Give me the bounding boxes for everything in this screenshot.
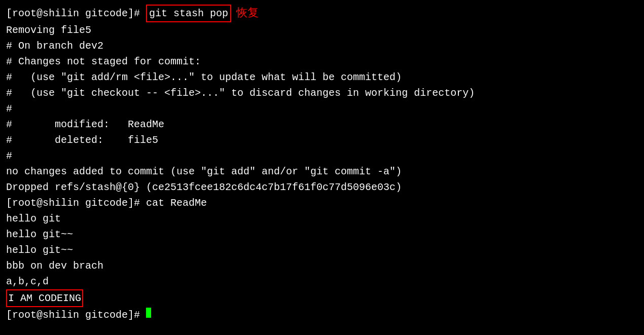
highlight-box-19: I AM CODEING bbox=[6, 289, 83, 307]
output-text-18: a,b,c,d bbox=[6, 274, 49, 289]
line-13: [root@shilin gitcode]# cat ReadMe bbox=[6, 195, 638, 211]
output-text-11: no changes added to commit (use "git add… bbox=[6, 164, 402, 179]
line-20: [root@shilin gitcode]# bbox=[6, 307, 638, 323]
line-11: no changes added to commit (use "git add… bbox=[6, 164, 638, 179]
output-text-5: # (use "git add/rm <file>..." to update … bbox=[6, 69, 402, 85]
line-4: # Changes not staged for commit: bbox=[6, 54, 638, 69]
line-15: hello git~~ bbox=[6, 227, 638, 242]
line-16: hello git~~ bbox=[6, 242, 638, 258]
line-5: # (use "git add/rm <file>..." to update … bbox=[6, 69, 638, 85]
output-text-9: # deleted: file5 bbox=[6, 132, 158, 148]
line-6: # (use "git checkout -- <file>..." to di… bbox=[6, 85, 638, 101]
cursor bbox=[146, 308, 151, 318]
output-text-15: hello git~~ bbox=[6, 227, 73, 242]
line-8: # modified: ReadMe bbox=[6, 117, 638, 132]
line-3: # On branch dev2 bbox=[6, 38, 638, 54]
line-2: Removing file5 bbox=[6, 22, 638, 38]
line-1: [root@shilin gitcode]# git stash pop恢复 bbox=[6, 4, 638, 22]
prompt-1: [root@shilin gitcode]# bbox=[6, 6, 146, 21]
line-14: hello git bbox=[6, 211, 638, 227]
line-12: Dropped refs/stash@{0} (ce2513fcee182c6d… bbox=[6, 179, 638, 195]
output-text-12: Dropped refs/stash@{0} (ce2513fcee182c6d… bbox=[6, 179, 402, 195]
output-text-7: # bbox=[6, 101, 12, 117]
output-text-16: hello git~~ bbox=[6, 242, 73, 258]
output-text-17: bbb on dev brach bbox=[6, 258, 103, 274]
output-text-2: Removing file5 bbox=[6, 22, 91, 38]
prompt-13: [root@shilin gitcode]# cat ReadMe bbox=[6, 195, 207, 211]
line-9: # deleted: file5 bbox=[6, 132, 638, 148]
output-text-10: # bbox=[6, 148, 12, 164]
output-text-8: # modified: ReadMe bbox=[6, 117, 164, 132]
terminal: [root@shilin gitcode]# git stash pop恢复 R… bbox=[0, 0, 644, 335]
output-text-4: # Changes not staged for commit: bbox=[6, 54, 201, 69]
command-box-1: git stash pop bbox=[146, 5, 231, 22]
annotation-1: 恢复 bbox=[236, 4, 259, 21]
line-7: # bbox=[6, 101, 638, 117]
output-text-14: hello git bbox=[6, 211, 61, 227]
line-18: a,b,c,d bbox=[6, 274, 638, 289]
line-10: # bbox=[6, 148, 638, 164]
prompt-20: [root@shilin gitcode]# bbox=[6, 307, 146, 323]
line-17: bbb on dev brach bbox=[6, 258, 638, 274]
line-19: I AM CODEING bbox=[6, 289, 638, 307]
output-text-3: # On branch dev2 bbox=[6, 38, 103, 54]
output-text-6: # (use "git checkout -- <file>..." to di… bbox=[6, 85, 475, 101]
